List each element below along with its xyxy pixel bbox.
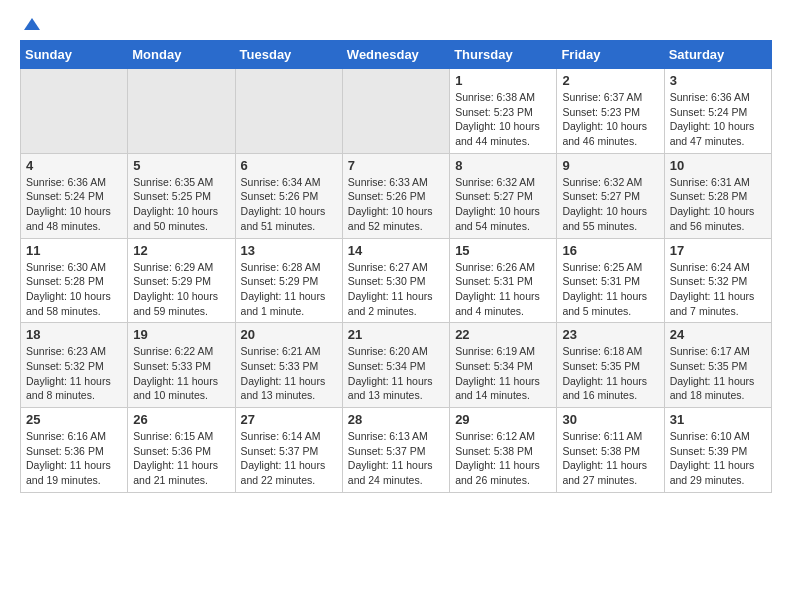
weekday-header-monday: Monday (128, 41, 235, 69)
cell-content: Sunrise: 6:15 AM (133, 429, 229, 444)
cell-content: Daylight: 10 hours (670, 204, 766, 219)
day-number: 29 (455, 412, 551, 427)
cell-content: Daylight: 11 hours (562, 374, 658, 389)
cell-content: Sunrise: 6:13 AM (348, 429, 444, 444)
cell-content: and 27 minutes. (562, 473, 658, 488)
cell-content: and 18 minutes. (670, 388, 766, 403)
calendar-cell: 19Sunrise: 6:22 AMSunset: 5:33 PMDayligh… (128, 323, 235, 408)
cell-content: Daylight: 11 hours (348, 374, 444, 389)
day-number: 16 (562, 243, 658, 258)
calendar-cell: 2Sunrise: 6:37 AMSunset: 5:23 PMDaylight… (557, 69, 664, 154)
cell-content: Sunset: 5:24 PM (670, 105, 766, 120)
cell-content: Sunrise: 6:12 AM (455, 429, 551, 444)
cell-content: and 48 minutes. (26, 219, 122, 234)
calendar-cell: 13Sunrise: 6:28 AMSunset: 5:29 PMDayligh… (235, 238, 342, 323)
cell-content: Daylight: 11 hours (241, 289, 337, 304)
weekday-header-saturday: Saturday (664, 41, 771, 69)
day-number: 5 (133, 158, 229, 173)
calendar-cell: 25Sunrise: 6:16 AMSunset: 5:36 PMDayligh… (21, 408, 128, 493)
day-number: 3 (670, 73, 766, 88)
cell-content: and 13 minutes. (348, 388, 444, 403)
cell-content: Sunrise: 6:20 AM (348, 344, 444, 359)
cell-content: Daylight: 11 hours (133, 458, 229, 473)
cell-content: Daylight: 11 hours (670, 374, 766, 389)
day-number: 9 (562, 158, 658, 173)
cell-content: and 51 minutes. (241, 219, 337, 234)
calendar-cell (21, 69, 128, 154)
cell-content: Sunrise: 6:18 AM (562, 344, 658, 359)
calendar-cell: 3Sunrise: 6:36 AMSunset: 5:24 PMDaylight… (664, 69, 771, 154)
day-number: 10 (670, 158, 766, 173)
calendar-week-row: 11Sunrise: 6:30 AMSunset: 5:28 PMDayligh… (21, 238, 772, 323)
cell-content: Sunset: 5:32 PM (670, 274, 766, 289)
calendar-cell: 8Sunrise: 6:32 AMSunset: 5:27 PMDaylight… (450, 153, 557, 238)
cell-content: Sunrise: 6:29 AM (133, 260, 229, 275)
cell-content: and 58 minutes. (26, 304, 122, 319)
calendar-cell: 7Sunrise: 6:33 AMSunset: 5:26 PMDaylight… (342, 153, 449, 238)
cell-content: Daylight: 11 hours (26, 458, 122, 473)
cell-content: Sunrise: 6:28 AM (241, 260, 337, 275)
day-number: 26 (133, 412, 229, 427)
day-number: 22 (455, 327, 551, 342)
cell-content: and 13 minutes. (241, 388, 337, 403)
cell-content: Sunset: 5:26 PM (241, 189, 337, 204)
cell-content: Sunset: 5:35 PM (562, 359, 658, 374)
cell-content: Daylight: 11 hours (455, 458, 551, 473)
cell-content: and 5 minutes. (562, 304, 658, 319)
cell-content: Sunrise: 6:11 AM (562, 429, 658, 444)
day-number: 30 (562, 412, 658, 427)
logo-icon (22, 16, 42, 36)
calendar-cell: 4Sunrise: 6:36 AMSunset: 5:24 PMDaylight… (21, 153, 128, 238)
cell-content: Sunrise: 6:27 AM (348, 260, 444, 275)
calendar-cell: 10Sunrise: 6:31 AMSunset: 5:28 PMDayligh… (664, 153, 771, 238)
cell-content: Sunrise: 6:24 AM (670, 260, 766, 275)
cell-content: Sunrise: 6:36 AM (26, 175, 122, 190)
cell-content: Daylight: 11 hours (241, 374, 337, 389)
cell-content: Sunset: 5:24 PM (26, 189, 122, 204)
calendar-cell (128, 69, 235, 154)
calendar-cell (342, 69, 449, 154)
cell-content: and 24 minutes. (348, 473, 444, 488)
cell-content: Daylight: 10 hours (133, 289, 229, 304)
weekday-header-friday: Friday (557, 41, 664, 69)
cell-content: Sunrise: 6:22 AM (133, 344, 229, 359)
weekday-header-wednesday: Wednesday (342, 41, 449, 69)
calendar-week-row: 4Sunrise: 6:36 AMSunset: 5:24 PMDaylight… (21, 153, 772, 238)
cell-content: and 16 minutes. (562, 388, 658, 403)
weekday-header-row: SundayMondayTuesdayWednesdayThursdayFrid… (21, 41, 772, 69)
cell-content: Sunset: 5:33 PM (241, 359, 337, 374)
day-number: 20 (241, 327, 337, 342)
weekday-header-tuesday: Tuesday (235, 41, 342, 69)
logo (20, 16, 42, 32)
cell-content: and 59 minutes. (133, 304, 229, 319)
calendar-cell: 15Sunrise: 6:26 AMSunset: 5:31 PMDayligh… (450, 238, 557, 323)
weekday-header-thursday: Thursday (450, 41, 557, 69)
cell-content: Sunset: 5:25 PM (133, 189, 229, 204)
cell-content: Sunset: 5:38 PM (562, 444, 658, 459)
day-number: 19 (133, 327, 229, 342)
cell-content: Sunset: 5:26 PM (348, 189, 444, 204)
cell-content: and 47 minutes. (670, 134, 766, 149)
calendar-cell (235, 69, 342, 154)
calendar-cell: 21Sunrise: 6:20 AMSunset: 5:34 PMDayligh… (342, 323, 449, 408)
day-number: 6 (241, 158, 337, 173)
day-number: 25 (26, 412, 122, 427)
cell-content: Sunset: 5:36 PM (133, 444, 229, 459)
calendar-cell: 20Sunrise: 6:21 AMSunset: 5:33 PMDayligh… (235, 323, 342, 408)
calendar-cell: 22Sunrise: 6:19 AMSunset: 5:34 PMDayligh… (450, 323, 557, 408)
calendar-cell: 24Sunrise: 6:17 AMSunset: 5:35 PMDayligh… (664, 323, 771, 408)
cell-content: and 21 minutes. (133, 473, 229, 488)
cell-content: Sunset: 5:35 PM (670, 359, 766, 374)
cell-content: and 55 minutes. (562, 219, 658, 234)
day-number: 1 (455, 73, 551, 88)
cell-content: Daylight: 11 hours (455, 289, 551, 304)
cell-content: Sunset: 5:30 PM (348, 274, 444, 289)
svg-marker-0 (24, 18, 40, 30)
cell-content: Sunrise: 6:35 AM (133, 175, 229, 190)
cell-content: Sunset: 5:34 PM (348, 359, 444, 374)
cell-content: Sunrise: 6:19 AM (455, 344, 551, 359)
day-number: 8 (455, 158, 551, 173)
cell-content: Daylight: 11 hours (348, 458, 444, 473)
cell-content: Sunset: 5:29 PM (133, 274, 229, 289)
calendar-cell: 14Sunrise: 6:27 AMSunset: 5:30 PMDayligh… (342, 238, 449, 323)
